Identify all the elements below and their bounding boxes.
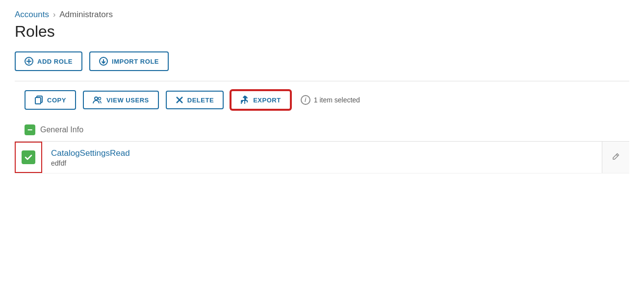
svg-point-7: [95, 97, 98, 100]
row-content: CatalogSettingsRead edfdf: [42, 142, 602, 173]
view-users-icon: [93, 96, 103, 104]
import-role-label: IMPORT ROLE: [112, 58, 159, 65]
toolbar-top: ADD ROLE IMPORT ROLE: [15, 51, 629, 71]
table-row: CatalogSettingsRead edfdf: [15, 142, 629, 173]
breadcrumb: Accounts › Administrators: [15, 10, 629, 20]
row-checkbox-area[interactable]: [15, 142, 42, 173]
row-edit-button[interactable]: [602, 142, 629, 173]
delete-button[interactable]: DELETE: [166, 91, 224, 109]
import-role-button[interactable]: IMPORT ROLE: [89, 51, 169, 71]
info-icon: i: [301, 95, 310, 105]
toolbar-actions: COPY VIEW USERS DELETE: [15, 90, 629, 110]
svg-line-15: [616, 154, 618, 156]
toolbar-divider: [15, 81, 629, 81]
selected-count: 1 item selected: [314, 96, 360, 104]
breadcrumb-accounts-link[interactable]: Accounts: [15, 10, 49, 20]
roles-table: CatalogSettingsRead edfdf: [15, 141, 629, 173]
role-name[interactable]: CatalogSettingsRead: [51, 148, 593, 158]
section-header: − General Info: [15, 121, 629, 139]
view-users-label: VIEW USERS: [106, 97, 149, 104]
page-title: Roles: [15, 23, 629, 41]
breadcrumb-separator: ›: [53, 10, 55, 19]
copy-button[interactable]: COPY: [25, 90, 76, 110]
export-icon: [240, 96, 249, 104]
add-role-label: ADD ROLE: [37, 58, 73, 65]
svg-rect-6: [35, 98, 41, 104]
collapse-icon[interactable]: −: [25, 124, 35, 135]
delete-label: DELETE: [187, 97, 214, 104]
svg-point-8: [98, 98, 101, 100]
copy-icon: [34, 96, 43, 104]
section-label: General Info: [40, 125, 83, 134]
row-checkbox[interactable]: [22, 150, 35, 164]
export-label: EXPORT: [253, 97, 281, 104]
role-description: edfdf: [51, 159, 593, 167]
copy-label: COPY: [47, 97, 66, 104]
selected-info: i 1 item selected: [301, 95, 360, 105]
delete-icon: [176, 96, 183, 104]
add-icon: [25, 57, 33, 66]
export-button[interactable]: EXPORT: [231, 90, 291, 110]
edit-icon: [612, 152, 620, 163]
import-icon: [99, 57, 108, 66]
add-role-button[interactable]: ADD ROLE: [15, 51, 82, 71]
breadcrumb-current: Administrators: [59, 10, 113, 20]
view-users-button[interactable]: VIEW USERS: [83, 91, 159, 109]
